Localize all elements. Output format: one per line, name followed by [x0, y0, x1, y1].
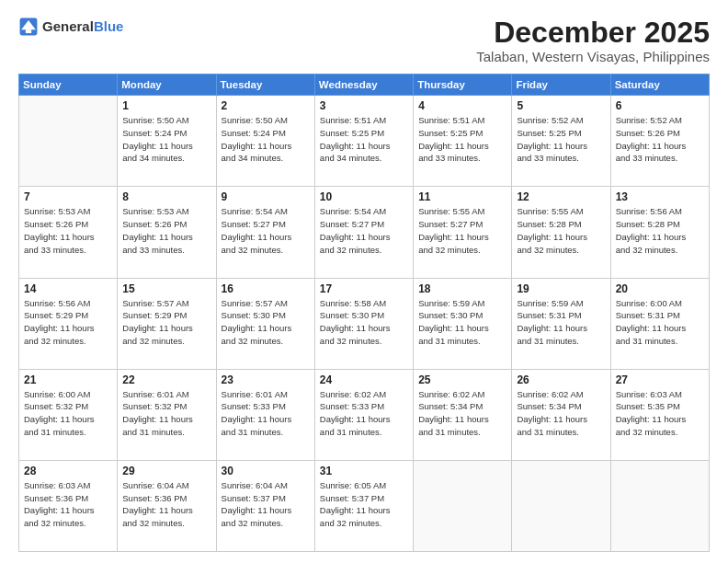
day-info: Sunrise: 6:03 AMSunset: 5:36 PMDaylight:…: [24, 479, 112, 530]
day-number: 6: [616, 99, 704, 112]
col-tuesday: Tuesday: [216, 75, 314, 96]
day-number: 2: [222, 99, 310, 112]
day-number: 3: [320, 99, 408, 112]
day-info: Sunrise: 5:51 AMSunset: 5:25 PMDaylight:…: [418, 114, 506, 165]
logo-general: General: [42, 18, 94, 34]
day-info: Sunrise: 5:55 AMSunset: 5:28 PMDaylight:…: [517, 205, 605, 256]
day-number: 14: [24, 282, 112, 295]
table-row: 23Sunrise: 6:01 AMSunset: 5:33 PMDayligh…: [216, 369, 314, 460]
day-number: 5: [517, 99, 605, 112]
table-row: 1Sunrise: 5:50 AMSunset: 5:24 PMDaylight…: [118, 96, 216, 187]
day-number: 4: [418, 99, 506, 112]
table-row: 16Sunrise: 5:57 AMSunset: 5:30 PMDayligh…: [216, 278, 314, 369]
table-row: 19Sunrise: 5:59 AMSunset: 5:31 PMDayligh…: [512, 278, 610, 369]
day-info: Sunrise: 5:57 AMSunset: 5:30 PMDaylight:…: [222, 297, 310, 348]
day-info: Sunrise: 5:50 AMSunset: 5:24 PMDaylight:…: [222, 114, 310, 165]
day-info: Sunrise: 5:54 AMSunset: 5:27 PMDaylight:…: [222, 205, 310, 256]
logo-icon: [18, 17, 39, 37]
day-number: 21: [24, 373, 112, 386]
calendar-week-row: 7Sunrise: 5:53 AMSunset: 5:26 PMDaylight…: [19, 187, 710, 278]
day-info: Sunrise: 5:51 AMSunset: 5:25 PMDaylight:…: [320, 114, 408, 165]
table-row: 31Sunrise: 6:05 AMSunset: 5:37 PMDayligh…: [314, 460, 413, 551]
location: Talaban, Western Visayas, Philippines: [476, 49, 710, 64]
day-number: 19: [517, 282, 605, 295]
day-info: Sunrise: 5:50 AMSunset: 5:24 PMDaylight:…: [122, 114, 210, 165]
table-row: 25Sunrise: 6:02 AMSunset: 5:34 PMDayligh…: [414, 369, 512, 460]
day-info: Sunrise: 6:02 AMSunset: 5:34 PMDaylight:…: [517, 388, 605, 439]
day-info: Sunrise: 5:52 AMSunset: 5:26 PMDaylight:…: [616, 114, 704, 165]
calendar-week-row: 28Sunrise: 6:03 AMSunset: 5:36 PMDayligh…: [19, 460, 710, 551]
header: GeneralBlue December 2025 Talaban, Weste…: [18, 17, 710, 64]
logo-blue: Blue: [94, 18, 124, 34]
day-number: 13: [616, 190, 704, 203]
col-monday: Monday: [118, 75, 216, 96]
day-number: 16: [222, 282, 310, 295]
day-info: Sunrise: 6:02 AMSunset: 5:34 PMDaylight:…: [418, 388, 506, 439]
table-row: 20Sunrise: 6:00 AMSunset: 5:31 PMDayligh…: [610, 278, 709, 369]
table-row: 4Sunrise: 5:51 AMSunset: 5:25 PMDaylight…: [414, 96, 512, 187]
table-row: 9Sunrise: 5:54 AMSunset: 5:27 PMDaylight…: [216, 187, 314, 278]
table-row: 21Sunrise: 6:00 AMSunset: 5:32 PMDayligh…: [19, 369, 118, 460]
table-row: 14Sunrise: 5:56 AMSunset: 5:29 PMDayligh…: [19, 278, 118, 369]
table-row: 8Sunrise: 5:53 AMSunset: 5:26 PMDaylight…: [118, 187, 216, 278]
month-title: December 2025: [476, 17, 710, 49]
calendar-header-row: Sunday Monday Tuesday Wednesday Thursday…: [19, 75, 710, 96]
title-block: December 2025 Talaban, Western Visayas, …: [476, 17, 710, 64]
day-number: 29: [122, 465, 210, 477]
table-row: [512, 460, 610, 551]
calendar-week-row: 14Sunrise: 5:56 AMSunset: 5:29 PMDayligh…: [19, 278, 710, 369]
table-row: 17Sunrise: 5:58 AMSunset: 5:30 PMDayligh…: [314, 278, 413, 369]
table-row: 3Sunrise: 5:51 AMSunset: 5:25 PMDaylight…: [314, 96, 413, 187]
table-row: 12Sunrise: 5:55 AMSunset: 5:28 PMDayligh…: [512, 187, 610, 278]
day-info: Sunrise: 5:59 AMSunset: 5:31 PMDaylight:…: [517, 297, 605, 348]
day-number: 26: [517, 373, 605, 386]
day-info: Sunrise: 5:53 AMSunset: 5:26 PMDaylight:…: [24, 205, 112, 256]
day-info: Sunrise: 6:04 AMSunset: 5:36 PMDaylight:…: [122, 479, 210, 530]
day-info: Sunrise: 5:57 AMSunset: 5:29 PMDaylight:…: [122, 297, 210, 348]
day-info: Sunrise: 6:00 AMSunset: 5:31 PMDaylight:…: [616, 297, 704, 348]
day-info: Sunrise: 6:04 AMSunset: 5:37 PMDaylight:…: [222, 479, 310, 530]
day-number: 18: [418, 282, 506, 295]
table-row: 15Sunrise: 5:57 AMSunset: 5:29 PMDayligh…: [118, 278, 216, 369]
table-row: [610, 460, 709, 551]
table-row: 7Sunrise: 5:53 AMSunset: 5:26 PMDaylight…: [19, 187, 118, 278]
day-info: Sunrise: 5:55 AMSunset: 5:27 PMDaylight:…: [418, 205, 506, 256]
table-row: 10Sunrise: 5:54 AMSunset: 5:27 PMDayligh…: [314, 187, 413, 278]
day-info: Sunrise: 5:52 AMSunset: 5:25 PMDaylight:…: [517, 114, 605, 165]
day-number: 11: [418, 190, 506, 203]
table-row: 22Sunrise: 6:01 AMSunset: 5:32 PMDayligh…: [118, 369, 216, 460]
day-info: Sunrise: 6:00 AMSunset: 5:32 PMDaylight:…: [24, 388, 112, 439]
calendar-table: Sunday Monday Tuesday Wednesday Thursday…: [18, 74, 710, 552]
day-number: 1: [122, 99, 210, 112]
day-number: 27: [616, 373, 704, 386]
table-row: 24Sunrise: 6:02 AMSunset: 5:33 PMDayligh…: [314, 369, 413, 460]
col-thursday: Thursday: [414, 75, 512, 96]
day-number: 15: [122, 282, 210, 295]
table-row: 28Sunrise: 6:03 AMSunset: 5:36 PMDayligh…: [19, 460, 118, 551]
day-number: 28: [24, 465, 112, 477]
table-row: [19, 96, 118, 187]
day-info: Sunrise: 5:53 AMSunset: 5:26 PMDaylight:…: [122, 205, 210, 256]
day-info: Sunrise: 6:02 AMSunset: 5:33 PMDaylight:…: [320, 388, 408, 439]
table-row: 5Sunrise: 5:52 AMSunset: 5:25 PMDaylight…: [512, 96, 610, 187]
table-row: 27Sunrise: 6:03 AMSunset: 5:35 PMDayligh…: [610, 369, 709, 460]
table-row: [414, 460, 512, 551]
day-number: 8: [122, 190, 210, 203]
table-row: 11Sunrise: 5:55 AMSunset: 5:27 PMDayligh…: [414, 187, 512, 278]
day-number: 20: [616, 282, 704, 295]
col-sunday: Sunday: [19, 75, 118, 96]
day-number: 22: [122, 373, 210, 386]
day-number: 10: [320, 190, 408, 203]
day-info: Sunrise: 5:56 AMSunset: 5:29 PMDaylight:…: [24, 297, 112, 348]
logo-text: GeneralBlue: [42, 19, 123, 35]
svg-rect-2: [26, 29, 31, 33]
logo: GeneralBlue: [18, 17, 123, 37]
day-number: 31: [320, 465, 408, 477]
day-info: Sunrise: 5:54 AMSunset: 5:27 PMDaylight:…: [320, 205, 408, 256]
day-info: Sunrise: 5:59 AMSunset: 5:30 PMDaylight:…: [418, 297, 506, 348]
table-row: 6Sunrise: 5:52 AMSunset: 5:26 PMDaylight…: [610, 96, 709, 187]
day-number: 9: [222, 190, 310, 203]
day-info: Sunrise: 6:03 AMSunset: 5:35 PMDaylight:…: [616, 388, 704, 439]
day-info: Sunrise: 6:05 AMSunset: 5:37 PMDaylight:…: [320, 479, 408, 530]
table-row: 26Sunrise: 6:02 AMSunset: 5:34 PMDayligh…: [512, 369, 610, 460]
